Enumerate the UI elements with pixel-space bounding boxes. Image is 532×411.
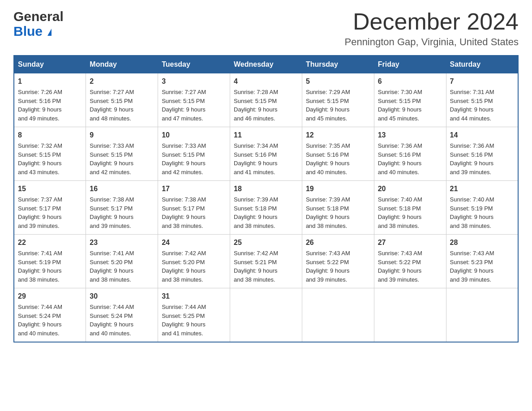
sunrise-text: Sunrise: 7:27 AM [90,88,154,97]
sunrise-text: Sunrise: 7:44 AM [90,303,154,312]
daylight-text: Daylight: 9 hours [450,213,514,222]
month-title: December 2024 [344,9,519,34]
sunrise-text: Sunrise: 7:33 AM [90,141,154,150]
day-header-tuesday: Tuesday [158,56,230,73]
day-number: 2 [90,76,154,87]
sunrise-text: Sunrise: 7:41 AM [18,249,82,258]
sunrise-text: Sunrise: 7:38 AM [90,195,154,204]
daylight-text: Daylight: 9 hours [90,105,154,114]
day-number: 4 [234,76,298,87]
sunrise-text: Sunrise: 7:29 AM [306,88,370,97]
calendar-day-26: 26Sunrise: 7:43 AMSunset: 5:22 PMDayligh… [302,235,374,288]
daylight-text-2: and 48 minutes. [90,114,154,123]
calendar-day-22: 22Sunrise: 7:41 AMSunset: 5:19 PMDayligh… [14,235,86,288]
sunrise-text: Sunrise: 7:28 AM [234,88,298,97]
sunset-text: Sunset: 5:19 PM [450,204,514,213]
daylight-text-2: and 42 minutes. [162,168,226,177]
header: General Blue December 2024 Pennington Ga… [13,9,519,48]
day-number: 3 [162,76,226,87]
day-number: 26 [306,237,370,248]
calendar-day-5: 5Sunrise: 7:29 AMSunset: 5:15 PMDaylight… [302,73,374,127]
daylight-text: Daylight: 9 hours [378,213,442,222]
sunset-text: Sunset: 5:15 PM [162,150,226,159]
daylight-text: Daylight: 9 hours [450,105,514,114]
calendar-day-empty [374,288,446,342]
sunrise-text: Sunrise: 7:26 AM [18,88,82,97]
calendar-day-6: 6Sunrise: 7:30 AMSunset: 5:15 PMDaylight… [374,73,446,127]
logo-triangle-icon [47,29,51,36]
daylight-text: Daylight: 9 hours [162,320,226,329]
daylight-text: Daylight: 9 hours [378,159,442,168]
calendar-day-8: 8Sunrise: 7:32 AMSunset: 5:15 PMDaylight… [14,127,86,181]
sunset-text: Sunset: 5:18 PM [306,204,370,213]
sunrise-text: Sunrise: 7:41 AM [90,249,154,258]
daylight-text-2: and 49 minutes. [18,114,82,123]
calendar-day-24: 24Sunrise: 7:42 AMSunset: 5:20 PMDayligh… [158,235,230,288]
daylight-text-2: and 39 minutes. [90,222,154,231]
daylight-text-2: and 40 minutes. [90,329,154,338]
sunset-text: Sunset: 5:24 PM [18,312,82,321]
day-header-monday: Monday [86,56,158,73]
daylight-text-2: and 42 minutes. [90,168,154,177]
calendar-day-29: 29Sunrise: 7:44 AMSunset: 5:24 PMDayligh… [14,288,86,342]
sunset-text: Sunset: 5:16 PM [234,150,298,159]
daylight-text-2: and 39 minutes. [378,275,442,284]
daylight-text: Daylight: 9 hours [378,266,442,275]
calendar-day-empty [302,288,374,342]
daylight-text-2: and 38 minutes. [90,275,154,284]
daylight-text-2: and 38 minutes. [234,222,298,231]
sunset-text: Sunset: 5:15 PM [378,97,442,106]
calendar-day-7: 7Sunrise: 7:31 AMSunset: 5:15 PMDaylight… [446,73,518,127]
sunrise-text: Sunrise: 7:31 AM [450,88,514,97]
sunset-text: Sunset: 5:17 PM [90,204,154,213]
day-number: 13 [378,130,442,141]
sunrise-text: Sunrise: 7:43 AM [378,249,442,258]
sunset-text: Sunset: 5:17 PM [162,204,226,213]
daylight-text: Daylight: 9 hours [162,159,226,168]
daylight-text: Daylight: 9 hours [90,159,154,168]
sunset-text: Sunset: 5:23 PM [450,258,514,267]
day-number: 9 [90,130,154,141]
sunrise-text: Sunrise: 7:35 AM [306,141,370,150]
day-number: 27 [378,237,442,248]
day-header-saturday: Saturday [446,56,518,73]
day-number: 8 [18,130,82,141]
calendar-week-row: 8Sunrise: 7:32 AMSunset: 5:15 PMDaylight… [14,127,518,181]
sunrise-text: Sunrise: 7:39 AM [306,195,370,204]
sunrise-text: Sunrise: 7:39 AM [234,195,298,204]
daylight-text-2: and 38 minutes. [450,222,514,231]
daylight-text: Daylight: 9 hours [18,320,82,329]
daylight-text-2: and 38 minutes. [162,222,226,231]
sunset-text: Sunset: 5:25 PM [162,312,226,321]
sunrise-text: Sunrise: 7:42 AM [234,249,298,258]
daylight-text-2: and 38 minutes. [18,275,82,284]
calendar-day-4: 4Sunrise: 7:28 AMSunset: 5:15 PMDaylight… [230,73,302,127]
sunrise-text: Sunrise: 7:37 AM [18,195,82,204]
calendar-day-2: 2Sunrise: 7:27 AMSunset: 5:15 PMDaylight… [86,73,158,127]
calendar-day-18: 18Sunrise: 7:39 AMSunset: 5:18 PMDayligh… [230,181,302,235]
daylight-text: Daylight: 9 hours [306,159,370,168]
sunrise-text: Sunrise: 7:33 AM [162,141,226,150]
sunset-text: Sunset: 5:15 PM [306,97,370,106]
day-number: 19 [306,184,370,194]
calendar-day-12: 12Sunrise: 7:35 AMSunset: 5:16 PMDayligh… [302,127,374,181]
daylight-text-2: and 40 minutes. [306,168,370,177]
calendar-day-30: 30Sunrise: 7:44 AMSunset: 5:24 PMDayligh… [86,288,158,342]
day-number: 24 [162,237,226,248]
sunset-text: Sunset: 5:16 PM [306,150,370,159]
day-number: 10 [162,130,226,141]
daylight-text: Daylight: 9 hours [234,213,298,222]
calendar-day-3: 3Sunrise: 7:27 AMSunset: 5:15 PMDaylight… [158,73,230,127]
sunset-text: Sunset: 5:24 PM [90,312,154,321]
daylight-text-2: and 45 minutes. [306,114,370,123]
calendar-day-empty [230,288,302,342]
daylight-text: Daylight: 9 hours [18,213,82,222]
calendar-day-11: 11Sunrise: 7:34 AMSunset: 5:16 PMDayligh… [230,127,302,181]
daylight-text-2: and 39 minutes. [450,275,514,284]
day-number: 25 [234,237,298,248]
calendar-week-row: 22Sunrise: 7:41 AMSunset: 5:19 PMDayligh… [14,235,518,288]
daylight-text: Daylight: 9 hours [450,266,514,275]
calendar-day-15: 15Sunrise: 7:37 AMSunset: 5:17 PMDayligh… [14,181,86,235]
daylight-text: Daylight: 9 hours [378,105,442,114]
sunset-text: Sunset: 5:16 PM [378,150,442,159]
